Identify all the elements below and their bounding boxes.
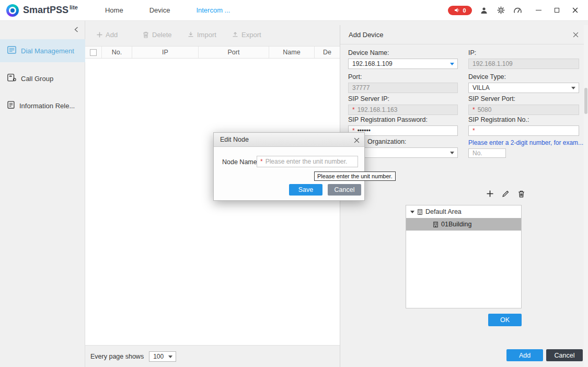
import-toolbar-button[interactable]: Import: [188, 27, 216, 42]
panel-divider: [340, 44, 588, 44]
close-button[interactable]: [570, 6, 580, 15]
device-type-select[interactable]: VILLA: [468, 83, 579, 93]
panel-close-icon[interactable]: [572, 31, 579, 38]
ip-value: 192.168.1.109: [472, 60, 513, 67]
tree-expander-icon[interactable]: [410, 211, 414, 213]
performance-gauge-icon[interactable]: [513, 6, 522, 15]
tab-home[interactable]: Home: [105, 6, 123, 14]
ok-button[interactable]: OK: [488, 314, 522, 326]
maximize-button[interactable]: [552, 6, 561, 15]
sidebar-item-dial-management[interactable]: Dial Management: [0, 39, 85, 62]
sip-password-label: SIP Registration Password:: [348, 116, 428, 123]
titlebar-right: 0: [448, 6, 582, 15]
save-button[interactable]: Save: [289, 184, 322, 196]
select-all-column: [85, 47, 102, 58]
edit-node-icon[interactable]: [501, 189, 510, 198]
dialog-title: Edit Node: [220, 136, 249, 143]
main-tabs: Home Device Intercom ...: [105, 6, 230, 14]
add-label: Add: [106, 31, 118, 39]
building-icon: [418, 209, 422, 215]
delete-toolbar-button[interactable]: Delete: [143, 27, 172, 42]
delete-label: Delete: [152, 31, 172, 39]
dialog-cancel-button[interactable]: Cancel: [328, 184, 361, 196]
add-node-icon[interactable]: [486, 189, 494, 198]
edit-node-dialog: Edit Node Node Name * Please enter the u…: [213, 132, 365, 201]
panel-scrollbar[interactable]: [584, 25, 588, 367]
delete-node-icon[interactable]: [517, 189, 526, 198]
organization-tree: Default Area 01Building: [406, 205, 522, 308]
node-name-input[interactable]: * Please enter the unit number.: [257, 156, 358, 167]
minimize-button[interactable]: [534, 6, 543, 15]
gear-icon[interactable]: [496, 6, 505, 15]
required-asterisk: *: [260, 158, 263, 165]
number-hint-text: Please enter a 2-digit number, for exam.…: [468, 139, 583, 146]
sip-server-port-label: SIP Server Port:: [468, 95, 515, 102]
app-logo-icon: [6, 4, 19, 17]
sidebar-item-label: Call Group: [21, 75, 53, 83]
add-button[interactable]: Add: [506, 349, 543, 361]
sidebar-item-information-release[interactable]: Information Rele...: [0, 94, 85, 117]
tree-node-default-area[interactable]: Default Area: [406, 205, 521, 218]
sip-server-ip-value: 192.168.1.163: [358, 106, 398, 113]
tree-node-label: 01Building: [441, 221, 471, 228]
device-type-value: VILLA: [472, 84, 490, 91]
cancel-button[interactable]: Cancel: [546, 349, 583, 361]
required-asterisk: *: [472, 127, 475, 134]
column-name[interactable]: Name: [269, 47, 315, 58]
export-label: Export: [241, 31, 261, 39]
add-device-toolbar-button[interactable]: Add: [97, 27, 118, 42]
sip-server-ip-field: * 192.168.1.163: [348, 105, 458, 115]
number-placeholder: No.: [472, 150, 482, 157]
device-name-value: 192.168.1.109: [352, 60, 393, 67]
column-ip[interactable]: IP: [132, 47, 199, 58]
titlebar: SmartPSS lite Home Device Intercom ... 0: [0, 0, 588, 21]
scrollbar-thumb[interactable]: [584, 88, 587, 114]
sidebar-item-label: Dial Management: [21, 47, 74, 55]
required-asterisk: *: [472, 106, 475, 113]
device-name-combo[interactable]: 192.168.1.109: [348, 59, 458, 69]
sidebar-collapse-button[interactable]: [72, 25, 80, 33]
ip-field: 192.168.1.109: [468, 59, 579, 69]
tab-device[interactable]: Device: [149, 6, 170, 14]
brand-name: SmartPSS: [23, 5, 68, 16]
column-port[interactable]: Port: [199, 47, 269, 58]
port-value: 37777: [352, 84, 370, 91]
chevron-down-icon: [571, 87, 575, 89]
chevron-down-icon: [450, 63, 454, 65]
export-toolbar-button[interactable]: Export: [232, 27, 261, 42]
sip-reg-no-label: SIP Registration No.:: [468, 116, 529, 123]
device-table-body: [85, 59, 340, 345]
dialog-titlebar[interactable]: Edit Node: [214, 133, 364, 147]
pagination-bar: Every page shows 100: [85, 345, 340, 367]
device-type-label: Device Type:: [468, 73, 506, 81]
speaker-icon: [454, 7, 460, 14]
port-field: 37777: [348, 83, 458, 93]
tree-node-building[interactable]: 01Building: [406, 218, 521, 231]
import-icon: [188, 31, 194, 38]
user-icon[interactable]: [479, 6, 489, 15]
input-tooltip: Please enter the unit number.: [314, 171, 396, 181]
page-size-select[interactable]: 100: [149, 351, 176, 362]
select-all-checkbox[interactable]: [90, 49, 97, 56]
alarm-count: 0: [463, 7, 466, 14]
sidebar: Dial Management Call Group Information R…: [0, 21, 85, 367]
dialog-close-icon[interactable]: [353, 137, 360, 143]
chevron-down-icon: [450, 152, 454, 154]
page-size-value: 100: [153, 353, 164, 360]
column-device[interactable]: De: [315, 47, 340, 58]
add-device-panel: Add Device Device Name: 192.168.1.109 IP…: [340, 25, 588, 367]
sip-reg-no-field[interactable]: *: [468, 125, 579, 136]
number-input[interactable]: No.: [468, 148, 506, 158]
sidebar-item-label: Information Rele...: [19, 102, 75, 110]
call-group-icon: [7, 74, 16, 83]
brand-suffix: lite: [70, 4, 78, 10]
device-name-label: Device Name:: [348, 49, 389, 56]
sip-server-ip-label: SIP Server IP:: [348, 95, 389, 102]
page-size-label: Every page shows: [90, 353, 144, 360]
column-no[interactable]: No.: [102, 47, 132, 58]
dial-management-icon: [7, 46, 16, 55]
alarm-badge[interactable]: 0: [448, 6, 472, 15]
tab-intercom[interactable]: Intercom ...: [196, 6, 230, 14]
window-controls: [534, 6, 580, 15]
sidebar-item-call-group[interactable]: Call Group: [0, 67, 85, 90]
